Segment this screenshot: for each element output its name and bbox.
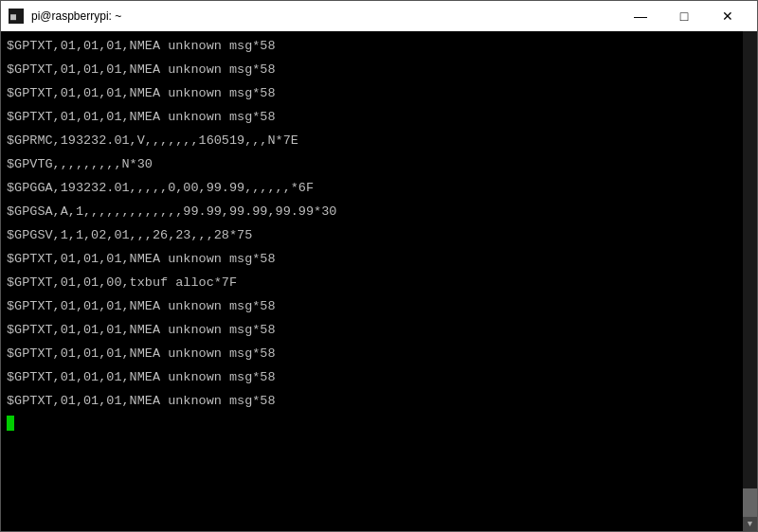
cursor-line: [7, 416, 751, 431]
terminal-line: $GPGGA,193232.01,,,,,0,00,99.99,,,,,,*6F: [7, 177, 751, 201]
terminal-line: $GPTXT,01,01,01,NMEA unknown msg*58: [7, 319, 751, 343]
minimize-button[interactable]: —: [619, 1, 662, 31]
title-bar: ■ pi@raspberrypi: ~ — □ ✕: [1, 1, 757, 31]
terminal-line: $GPTXT,01,01,01,NMEA unknown msg*58: [7, 343, 751, 366]
terminal-line: $GPRMC,193232.01,V,,,,,,,160519,,,N*7E: [7, 130, 751, 153]
terminal-line: $GPGSA,A,1,,,,,,,,,,,,,99.99,99.99,99.99…: [7, 201, 751, 224]
scrollbar-track[interactable]: ▼: [743, 31, 757, 531]
terminal-output: $GPTXT,01,01,01,NMEA unknown msg*58$GPTX…: [7, 35, 751, 414]
close-button[interactable]: ✕: [706, 1, 749, 31]
maximize-button[interactable]: □: [662, 1, 706, 31]
terminal-line: $GPVTG,,,,,,,,,N*30: [7, 153, 751, 177]
terminal-line: $GPTXT,01,01,01,NMEA unknown msg*58: [7, 35, 751, 59]
svg-text:■: ■: [10, 11, 16, 22]
title-bar-left: ■ pi@raspberrypi: ~: [9, 9, 121, 24]
window-title: pi@raspberrypi: ~: [31, 9, 121, 23]
terminal-cursor: [7, 416, 14, 431]
terminal-line: $GPTXT,01,01,00,txbuf alloc*7F: [7, 272, 751, 295]
main-window: ■ pi@raspberrypi: ~ — □ ✕ $GPTXT,01,01,0…: [0, 0, 758, 532]
scrollbar-down-arrow[interactable]: ▼: [743, 517, 757, 531]
terminal-line: $GPTXT,01,01,01,NMEA unknown msg*58: [7, 82, 751, 106]
terminal-line: $GPTXT,01,01,01,NMEA unknown msg*58: [7, 390, 751, 414]
terminal-line: $GPTXT,01,01,01,NMEA unknown msg*58: [7, 106, 751, 130]
terminal-line: $GPGSV,1,1,02,01,,,26,23,,,28*75: [7, 224, 751, 248]
scrollbar-thumb[interactable]: [743, 488, 757, 517]
terminal-line: $GPTXT,01,01,01,NMEA unknown msg*58: [7, 248, 751, 272]
terminal-line: $GPTXT,01,01,01,NMEA unknown msg*58: [7, 295, 751, 319]
terminal-area[interactable]: $GPTXT,01,01,01,NMEA unknown msg*58$GPTX…: [1, 31, 757, 531]
terminal-icon: ■: [9, 9, 24, 24]
terminal-line: $GPTXT,01,01,01,NMEA unknown msg*58: [7, 366, 751, 390]
terminal-line: $GPTXT,01,01,01,NMEA unknown msg*58: [7, 59, 751, 82]
title-bar-controls: — □ ✕: [619, 1, 749, 31]
